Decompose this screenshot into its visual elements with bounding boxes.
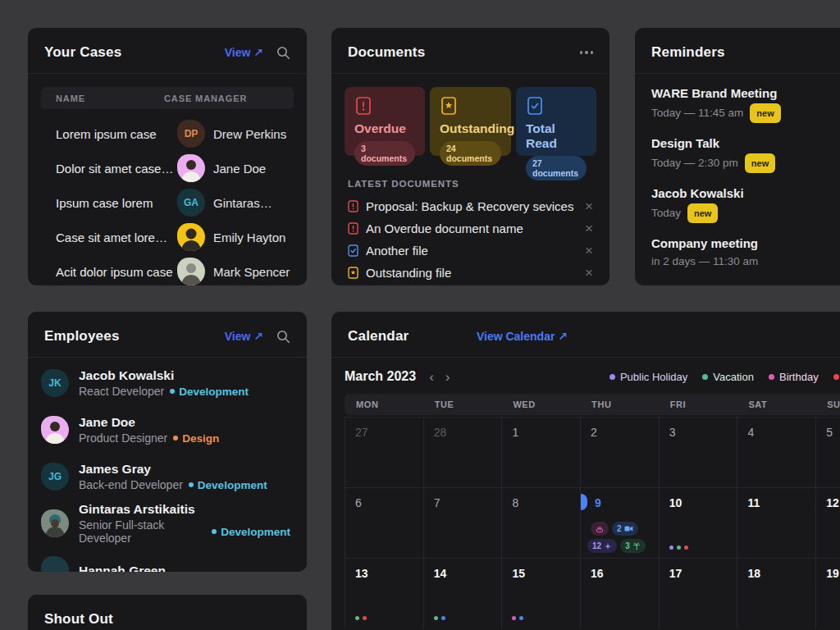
list-item[interactable]: JG James Gray Back-end DeveloperDevelopm…: [41, 463, 290, 491]
legend-birthday: Birthday: [769, 371, 819, 383]
list-item[interactable]: JK Jacob Kowalski React DeveloperDevelop…: [41, 369, 290, 397]
event-badges: 2 12 3: [587, 522, 646, 553]
close-icon[interactable]: ×: [585, 221, 593, 235]
calendar-day-cell[interactable]: 11: [737, 488, 815, 558]
reminder-time: Today — 11:45 am: [651, 105, 743, 121]
total-read-tile[interactable]: Total Read 27 documents: [516, 87, 596, 156]
calendar-day-cell[interactable]: 13: [345, 559, 423, 628]
manager-name: Mark Spencer: [213, 265, 290, 279]
list-item[interactable]: Jane Doe Product DesignerDesign: [41, 416, 290, 444]
video-camera-icon: [624, 525, 633, 532]
list-item[interactable]: WARE Brand Meeting: [651, 282, 840, 285]
close-icon[interactable]: ×: [585, 199, 593, 213]
list-item[interactable]: Design Talk Today — 2:30 pmnew: [651, 135, 840, 173]
department-badge: Development: [189, 479, 267, 491]
close-icon[interactable]: ×: [585, 266, 593, 280]
list-item[interactable]: Company meeting in 2 days — 11:30 am: [651, 235, 840, 270]
ellipsis-menu-icon[interactable]: [580, 48, 594, 57]
table-header-row: NAME CASE MANAGER: [41, 87, 294, 109]
reminder-time: Today: [651, 205, 681, 221]
calendar-day-cell[interactable]: 1: [501, 418, 580, 487]
page-title: Shout Out: [44, 611, 113, 628]
list-item[interactable]: Hannah Green: [41, 556, 290, 572]
your-cases-header: Your Cases View ↗: [28, 28, 307, 74]
count-badge: 27 documents: [526, 156, 587, 180]
legend-public-holiday: Public Holiday: [609, 371, 687, 383]
calendar-day-cell[interactable]: 16: [580, 559, 659, 628]
calendar-day-cell[interactable]: 4: [737, 418, 815, 487]
calendar-day-cell[interactable]: 8: [501, 488, 580, 558]
table-row[interactable]: Dolor sit amet case… Jane Doe: [28, 151, 307, 185]
vacation-badge[interactable]: 3: [620, 539, 646, 553]
table-row[interactable]: Case sit amet lore… Emily Hayton: [28, 220, 307, 254]
event-dots: [512, 616, 523, 620]
manager-name: Drew Perkins: [213, 127, 286, 141]
calendar-day-cell[interactable]: 7: [423, 488, 502, 558]
calendar-day-cell[interactable]: 12: [815, 488, 840, 558]
calendar-day-cell[interactable]: 14: [423, 559, 502, 628]
avatar: JG: [41, 463, 69, 491]
view-cases-link[interactable]: View ↗: [225, 46, 263, 59]
calendar-day-cell[interactable]: 18: [737, 559, 815, 628]
calendar-day-cell[interactable]: 2: [580, 418, 659, 487]
calendar-legend: Public Holiday Vacation Birthday Deadlin…: [609, 371, 840, 383]
overdue-tile[interactable]: Overdue 3 documents: [345, 87, 425, 156]
calendar-day-cell[interactable]: 27: [345, 418, 423, 487]
list-item[interactable]: Another file ×: [331, 240, 609, 262]
list-item[interactable]: Gintaras Arstikaitis Senior Full-stack D…: [41, 509, 290, 537]
event-dots: [355, 616, 367, 620]
avatar: [177, 258, 205, 285]
table-row[interactable]: Lorem ipsum case DP Drew Perkins: [28, 116, 307, 151]
legend-dot: [609, 374, 615, 380]
calendar-day-cell[interactable]: 5: [815, 418, 840, 487]
search-icon[interactable]: [276, 330, 290, 344]
list-item[interactable]: Proposal: Backup & Recovery sevices ×: [331, 195, 609, 217]
public-holiday-badge[interactable]: 12: [587, 539, 617, 553]
legend-dot: [769, 374, 774, 380]
avatar: [41, 509, 69, 537]
calendar-day-cell[interactable]: 17: [659, 559, 737, 628]
view-calendar-link[interactable]: View Calendar ↗: [477, 330, 568, 343]
calendar-day-cell[interactable]: 6: [345, 488, 423, 558]
count-badge: 24 documents: [440, 141, 501, 166]
list-item[interactable]: An Overdue document name ×: [331, 217, 609, 240]
list-item[interactable]: Outstanding file ×: [331, 262, 609, 284]
avatar: DP: [177, 120, 205, 148]
calendar-day-cell-today[interactable]: 9 2 12 3: [580, 488, 659, 558]
department-badge: Development: [212, 526, 290, 538]
close-icon[interactable]: ×: [585, 244, 593, 258]
employees-header: Employees View ↗: [28, 312, 307, 358]
prev-month-icon[interactable]: ‹: [429, 370, 434, 384]
avatar: [41, 416, 69, 444]
count-badge: 3 documents: [354, 141, 415, 166]
manager-name: Jane Doe: [213, 162, 266, 176]
status-badge: new: [745, 153, 775, 173]
calendar-day-cell[interactable]: 10: [659, 488, 737, 558]
documents-header: Documents: [331, 28, 609, 74]
calendar-day-cell[interactable]: 28: [423, 418, 502, 487]
outstanding-tile[interactable]: Outstanding 24 documents: [430, 87, 511, 156]
reminders-card: Reminders WARE Brand Meeting Today — 11:…: [635, 28, 840, 285]
calendar-day-cell[interactable]: 15: [501, 559, 580, 628]
table-row[interactable]: Acit dolor ipsum case Mark Spencer: [28, 254, 307, 285]
table-row[interactable]: Ipsum case lorem GA Gintaras…: [28, 185, 307, 220]
list-item[interactable]: Jacob Kowalski Todaynew: [651, 185, 840, 223]
calendar-day-cell[interactable]: 3: [659, 418, 737, 487]
view-employees-link[interactable]: View ↗: [225, 330, 263, 343]
file-alert-icon: [348, 200, 358, 212]
today-marker: [581, 494, 587, 510]
page-title: Your Cases: [44, 44, 121, 61]
department-badge: Design: [173, 432, 219, 445]
page-title: Calendar: [348, 328, 409, 345]
next-month-icon[interactable]: ›: [445, 370, 450, 384]
event-dots: [434, 616, 445, 620]
birthday-badge[interactable]: [591, 522, 609, 536]
meetings-badge[interactable]: 2: [612, 522, 638, 536]
calendar-day-cell[interactable]: 19: [815, 559, 840, 628]
list-item[interactable]: WARE Brand Meeting Today — 11:45 amnew: [651, 85, 840, 123]
calendar-grid: 27 28 1 2 3 4 5 6 7 8 9 2 12: [345, 417, 840, 628]
calendar-card: Calendar View Calendar ↗ March 2023 ‹ › …: [331, 312, 840, 630]
avatar: JK: [41, 369, 69, 397]
search-icon[interactable]: [276, 46, 290, 60]
month-label: March 2023: [345, 369, 416, 384]
